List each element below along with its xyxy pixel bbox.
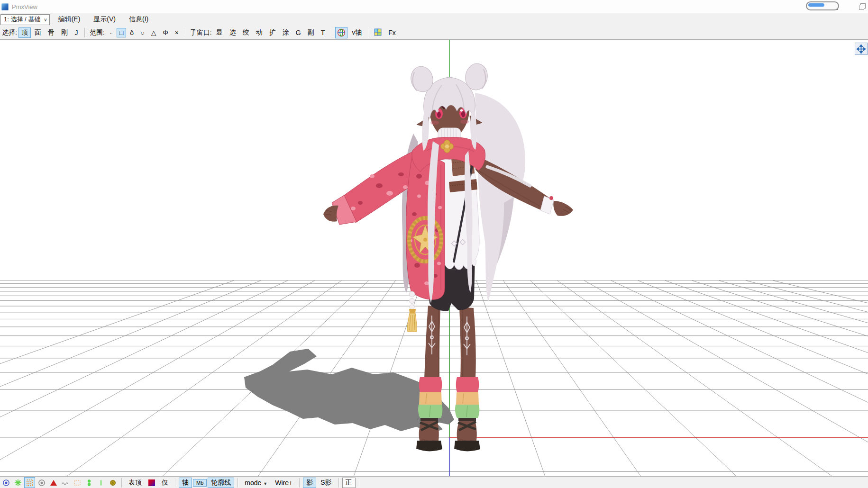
radio-dot-icon[interactable] [36, 477, 47, 488]
toolbar-separator [338, 478, 339, 488]
mode-label: mode [245, 479, 261, 487]
green-pair-icon[interactable] [83, 477, 94, 488]
toolbar-separator [368, 28, 368, 37]
range-delta-button[interactable]: δ [127, 28, 137, 37]
green-burst-icon[interactable] [12, 477, 23, 488]
subwindow-t-button[interactable]: T [318, 28, 328, 37]
green-bar-icon[interactable] [95, 477, 106, 488]
window-controls [806, 0, 868, 13]
menu-bar: 1: 选择 / 基础 ∨ 编辑(E) 显示(V) 信息(I) [0, 13, 868, 26]
vertex-dot-icon[interactable] [0, 477, 11, 488]
range-circle-button[interactable]: ○ [137, 28, 147, 37]
window-pill-control[interactable] [806, 1, 839, 10]
chevron-down-icon: ▼ [263, 481, 267, 486]
menu-view[interactable]: 显示(V) [89, 14, 120, 25]
color-swatch-icon[interactable] [148, 479, 155, 486]
material-grid-icon[interactable] [372, 27, 384, 38]
app-icon [1, 3, 9, 10]
menu-edit[interactable]: 编辑(E) [54, 14, 85, 25]
range-cross-button[interactable]: × [172, 28, 182, 37]
fx-button[interactable]: Fx [385, 28, 399, 37]
subwindow-twist-button[interactable]: 绞 [240, 27, 252, 38]
subwindow-display-button[interactable]: 显 [213, 27, 226, 38]
subwindow-sub-button[interactable]: 副 [305, 27, 317, 38]
range-rect-button[interactable]: □ [117, 28, 126, 37]
dotted-square-icon[interactable] [24, 477, 35, 488]
axis-toggle-button[interactable]: 轴 [179, 478, 192, 488]
rotation-sphere-icon[interactable] [335, 27, 347, 38]
faint-frame-icon[interactable] [72, 477, 82, 488]
wire-plus-button[interactable]: Wire+ [272, 478, 296, 488]
front-view-button[interactable]: 正 [342, 478, 356, 488]
toolbar-separator [299, 478, 300, 488]
pmxview-window: PmxView 1: 选择 / 基础 ∨ 编辑(E) 显示(V) 信息(I) 选… [0, 0, 868, 488]
subwindow-label: 子窗口: [190, 28, 212, 37]
viewport-3d[interactable] [0, 40, 868, 476]
bottom-toolbar: 表顶 仅 轴 Mb 轮廓线 mode▼ Wire+ 影 S影 正 [0, 476, 868, 488]
title-bar: PmxView [0, 0, 868, 14]
subwindow-motion-button[interactable]: 动 [253, 27, 265, 38]
select-label: 选择: [2, 28, 17, 37]
range-phi-button[interactable]: Φ [160, 28, 171, 37]
restore-window-icon[interactable] [859, 3, 865, 9]
menu-info[interactable]: 信息(I) [124, 14, 153, 25]
select-joint-button[interactable]: J [72, 28, 81, 37]
subwindow-extend-button[interactable]: 扩 [266, 27, 279, 38]
range-label: 范围: [90, 28, 105, 37]
mode-preset-label: 1: 选择 / 基础 [4, 15, 40, 24]
view-top-button[interactable]: 表顶 [125, 478, 145, 488]
toolbar-separator [359, 478, 359, 488]
range-point-button[interactable]: · [106, 28, 116, 37]
select-bone-button[interactable]: 骨 [45, 27, 57, 38]
bead-tassel [407, 291, 417, 332]
self-shadow-button[interactable]: S影 [317, 478, 335, 488]
red-triangle-icon[interactable] [48, 477, 59, 488]
main-toolbar: 选择: 顶 面 骨 刚 J 范围: · □ δ ○ △ Φ × 子窗口: 显 选… [0, 26, 868, 40]
range-triangle-button[interactable]: △ [148, 28, 159, 37]
shadow-toggle-button[interactable]: 影 [303, 478, 316, 488]
move-arrows-icon [857, 45, 866, 54]
wave-text-icon[interactable] [60, 477, 71, 488]
toolbar-separator [121, 478, 122, 488]
mb-toggle-button[interactable]: Mb [193, 479, 207, 487]
mode-dropdown[interactable]: mode▼ [241, 478, 271, 488]
pill-progress [808, 3, 824, 7]
chevron-down-icon: ∨ [44, 17, 47, 22]
subwindow-paint-button[interactable]: 涂 [280, 27, 292, 38]
v-axis-button[interactable]: v轴 [349, 27, 365, 38]
subwindow-select-button[interactable]: 选 [227, 27, 239, 38]
toolbar-separator [175, 478, 175, 488]
toolbar-separator [238, 478, 238, 488]
viewport-pan-button[interactable] [855, 43, 868, 55]
only-button[interactable]: 仅 [158, 478, 172, 488]
subwindow-g-button[interactable]: G [293, 28, 304, 37]
select-face-button[interactable]: 面 [32, 27, 44, 38]
outline-toggle-button[interactable]: 轮廓线 [208, 478, 234, 488]
toolbar-separator [331, 28, 331, 37]
gold-sphere-icon[interactable] [107, 477, 118, 488]
mode-preset-dropdown[interactable]: 1: 选择 / 基础 ∨ [0, 14, 50, 25]
window-title: PmxView [12, 3, 37, 10]
toolbar-separator [84, 28, 85, 37]
select-rigid-button[interactable]: 刚 [58, 27, 71, 38]
select-vertex-button[interactable]: 顶 [18, 27, 31, 38]
toolbar-separator [185, 28, 185, 37]
